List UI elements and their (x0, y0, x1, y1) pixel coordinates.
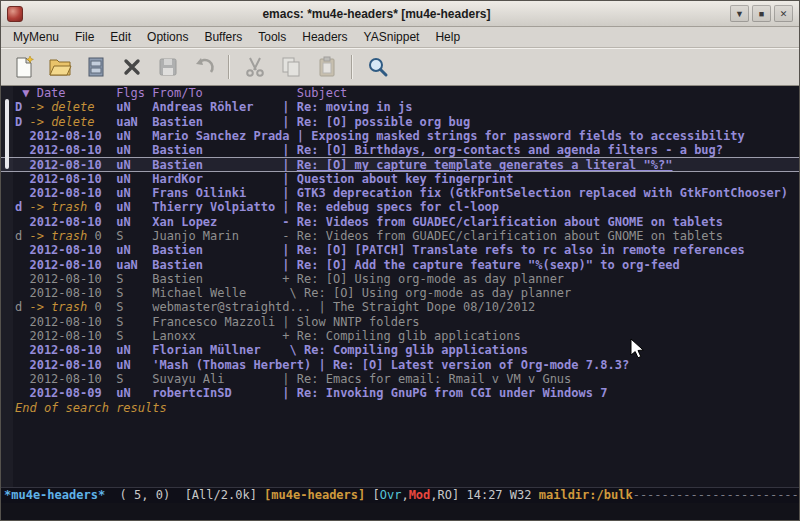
save-buffer-button[interactable] (151, 51, 184, 82)
menu-item-file[interactable]: File (67, 28, 102, 46)
message-row[interactable]: 2012-08-10 S Suvayu Ali | Re: Emacs for … (1, 372, 799, 386)
row-segment: Thierry Volpiatto (152, 200, 282, 214)
message-row[interactable]: 2012-08-10 S Michael Welle \ Re: [O] Usi… (1, 286, 799, 300)
new-file-button[interactable] (7, 51, 40, 82)
message-row[interactable]: 2012-08-10 uN Florian Müllner \ Re: Comp… (1, 343, 799, 357)
minimize-button[interactable]: ▼ (730, 5, 749, 22)
close-button[interactable]: ✕ (774, 5, 793, 22)
row-segment: robertcInSD (152, 386, 282, 400)
close-buffer-button[interactable] (115, 51, 148, 82)
search-button[interactable] (361, 51, 394, 82)
row-segment: Bastien (152, 158, 282, 172)
row-segment: uN (116, 343, 152, 357)
message-row[interactable]: d -> trash 0 S Juanjo Marin - Re: Videos… (1, 229, 799, 243)
cut-scissors-icon (243, 55, 267, 79)
message-row[interactable]: D -> delete uaN Bastien | Re: [O] possib… (1, 115, 799, 129)
row-segment: | Re: [O] [PATCH] Translate refs to rc a… (282, 243, 744, 257)
message-row[interactable]: 2012-08-10 uaN Bastien | Re: [O] Add the… (1, 258, 799, 272)
row-segment: | Re: [O] Add the capture feature "%(sex… (282, 258, 679, 272)
modeline-segment: , (401, 488, 408, 502)
scrollbar[interactable] (1, 86, 13, 487)
paste-button[interactable] (310, 51, 343, 82)
menu-item-tools[interactable]: Tools (250, 28, 294, 46)
row-segment: -> trash (29, 229, 87, 243)
row-segment: - Re: Videos from GUADEC/clarification a… (282, 229, 723, 243)
message-row[interactable]: 2012-08-10 uN Frans Oilinki | GTK3 depre… (1, 186, 799, 200)
message-row[interactable]: 2012-08-10 uN Xan Lopez - Re: Videos fro… (1, 215, 799, 229)
row-segment: 2012-08-10 (15, 329, 116, 343)
buffer-area[interactable]: ▼ Date Flgs From/To Subject D -> delete … (1, 86, 799, 487)
search-icon (366, 55, 390, 79)
echo-area[interactable] (1, 503, 799, 520)
message-row[interactable]: 2012-08-10 uN Bastien | Re: [O] [PATCH] … (1, 243, 799, 257)
row-segment: uN (116, 172, 152, 186)
menu-item-buffers[interactable]: Buffers (196, 28, 250, 46)
header-line: ▼ Date Flgs From/To Subject (1, 86, 799, 100)
undo-icon (192, 55, 216, 79)
row-segment: 2012-08-09 (15, 386, 116, 400)
row-segment: 2012-08-10 (15, 343, 116, 357)
menu-item-options[interactable]: Options (139, 28, 196, 46)
modeline-segment: ] (452, 488, 466, 502)
titlebar[interactable]: emacs: *mu4e-headers* [mu4e-headers] ▼■✕ (1, 1, 799, 27)
directory-icon (84, 55, 108, 79)
message-row[interactable]: 2012-08-10 S Francesco Mazzoli | Slow NN… (1, 315, 799, 329)
row-segment: \ Re: [O] Using org-mode as day planner (282, 286, 571, 300)
row-segment: uN (116, 243, 152, 257)
row-segment: Bastien (152, 115, 282, 129)
menu-item-headers[interactable]: Headers (294, 28, 355, 46)
copy-button[interactable] (274, 51, 307, 82)
row-segment: | Question about key fingerprint (282, 172, 513, 186)
undo-button[interactable] (187, 51, 220, 82)
toolbar (1, 48, 799, 86)
row-segment: Mario Sanchez Prada (152, 129, 297, 143)
row-segment: + Re: [O] Using org-mode as day planner (282, 272, 564, 286)
directory-button[interactable] (79, 51, 112, 82)
cut-button[interactable] (238, 51, 271, 82)
message-row[interactable]: 2012-08-10 uN Mario Sanchez Prada | Expo… (1, 129, 799, 143)
row-segment: | Re: [O] Latest version of Org-mode 7.8… (318, 358, 629, 372)
row-segment: webmaster@straightd... (152, 300, 318, 314)
row-segment: uaN (116, 258, 152, 272)
maximize-button[interactable]: ■ (752, 5, 771, 22)
copy-icon (279, 55, 303, 79)
window-controls: ▼■✕ (730, 5, 793, 22)
message-row[interactable]: d -> trash 0 S webmaster@straightd... | … (1, 300, 799, 314)
message-row[interactable]: 2012-08-09 uN robertcInSD | Re: Invoking… (1, 386, 799, 400)
message-row[interactable]: 2012-08-10 uN 'Mash (Thomas Herbert) | R… (1, 358, 799, 372)
modeline-segment: ( 5, 0) [All/2.0k] (105, 488, 264, 502)
row-segment: 2012-08-10 (15, 358, 116, 372)
menu-item-yasnippet[interactable]: YASnippet (356, 28, 428, 46)
message-row[interactable]: D -> delete uN Andreas Röhler | Re: movi… (1, 100, 799, 114)
message-row-current[interactable]: 2012-08-10 uN Bastien | Re: [O] my captu… (1, 157, 799, 171)
row-segment: S (116, 272, 152, 286)
modeline-segment: RO (438, 488, 452, 502)
row-segment: -> delete (29, 115, 94, 129)
row-segment: 2012-08-10 (15, 286, 116, 300)
open-file-button[interactable] (43, 51, 76, 82)
modeline-segment: *mu4e-headers* (4, 488, 105, 502)
message-row[interactable]: 2012-08-10 S Lanoxx + Re: Compiling glib… (1, 329, 799, 343)
message-row[interactable]: 2012-08-10 uN Bastien | Re: [O] Birthday… (1, 143, 799, 157)
row-segment: 2012-08-10 (15, 158, 116, 172)
modeline-segment: maildir:/bulk (539, 488, 633, 502)
message-row[interactable]: 2012-08-10 S Bastien + Re: [O] Using org… (1, 272, 799, 286)
row-segment: Andreas Röhler (152, 100, 282, 114)
row-segment: -> trash (29, 200, 87, 214)
message-row[interactable]: d -> trash 0 uN Thierry Volpiatto | Re: … (1, 200, 799, 214)
row-segment: | GTK3 deprecation fix (GtkFontSelection… (282, 186, 788, 200)
row-segment: Bastien (152, 143, 282, 157)
row-segment: 0 (87, 200, 116, 214)
scrollbar-thumb[interactable] (5, 99, 9, 169)
row-segment: 2012-08-10 (15, 372, 116, 386)
row-segment: 2012-08-10 (15, 172, 116, 186)
row-segment: Xan Lopez (152, 215, 282, 229)
row-segment: | Re: edebug specs for cl-loop (282, 200, 499, 214)
message-row[interactable]: 2012-08-10 uN HardKor | Question about k… (1, 172, 799, 186)
menu-item-help[interactable]: Help (427, 28, 468, 46)
menu-item-edit[interactable]: Edit (102, 28, 139, 46)
modeline-segment: 14:27 (466, 488, 509, 502)
row-segment: uN (116, 129, 152, 143)
row-segment: | The Straight Dope 08/10/2012 (318, 300, 535, 314)
menu-item-mymenu[interactable]: MyMenu (5, 28, 67, 46)
